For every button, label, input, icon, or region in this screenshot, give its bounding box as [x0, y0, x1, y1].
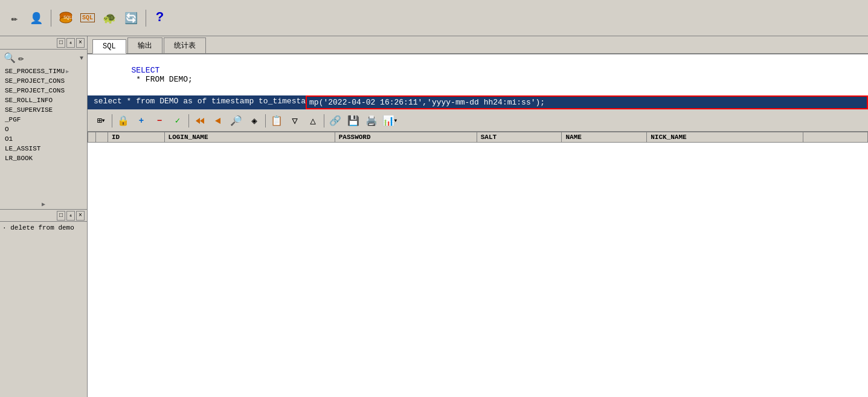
lower-panel-text: · delete from demo: [2, 224, 85, 231]
grid-down-btn[interactable]: ▽: [286, 113, 303, 129]
grid-add-btn[interactable]: +: [133, 113, 150, 129]
edit-icon[interactable]: ✏️: [5, 8, 24, 28]
sql-line-2-left: select * from DEMO as of timestamp to_ti…: [88, 95, 306, 109]
sidebar-close-btn[interactable]: ×: [76, 38, 85, 48]
tab-output[interactable]: 输出: [127, 37, 162, 53]
data-grid-wrapper: ID LOGIN_NAME PASSWORD SALT NAME NICK_NA…: [88, 132, 868, 397]
col-extra[interactable]: [803, 132, 867, 143]
sql-line-1[interactable]: SELECT * FROM DEMO;: [88, 54, 868, 95]
tree-item-se-project-1[interactable]: SE_PROJECT_CONS: [0, 76, 87, 86]
col-password[interactable]: PASSWORD: [335, 132, 477, 143]
sidebar: □ ₄ × 🔍 ✏️ ▼ SE_PROCESS_TIMU ▶ SE_PROJEC…: [0, 36, 88, 397]
tree-item-o1[interactable]: O1: [0, 134, 87, 144]
tree-item-label: SE_PROCESS_TIMU: [5, 68, 65, 75]
grid-sep-4: [324, 114, 324, 127]
grid-clipboard-btn[interactable]: 📋: [268, 113, 285, 129]
svg-text:SQL: SQL: [63, 15, 72, 20]
tree-item-lr-book[interactable]: LR_BOOK: [0, 153, 87, 163]
tab-bar: SQL 输出 统计表: [88, 36, 868, 54]
sidebar-search-icon[interactable]: 🔍: [4, 52, 16, 64]
lower-pin-btn[interactable]: ₄: [66, 211, 75, 221]
tree-item-se-process[interactable]: SE_PROCESS_TIMU ▶: [0, 66, 87, 76]
col-rownum: [96, 132, 108, 143]
sidebar-edit-icon[interactable]: ✏️: [18, 52, 24, 64]
col-login-name[interactable]: LOGIN_NAME: [164, 132, 335, 143]
tab-sql[interactable]: SQL: [92, 39, 126, 54]
help-icon[interactable]: ?: [151, 8, 169, 28]
sql-editor-area: SELECT * FROM DEMO; select * from DEMO a…: [88, 54, 868, 110]
db-connect-icon[interactable]: SQL: [56, 8, 76, 28]
tree-item-pgf[interactable]: _PGF: [0, 115, 87, 124]
sidebar-lower-panel: □ ₄ × · delete from demo: [0, 209, 87, 282]
tree-item-label: LE_ASSIST: [5, 145, 40, 152]
lower-close-btn[interactable]: ×: [76, 211, 85, 221]
grid-toolbar: ⊞▼ 🔒 + − ✓ 🔎 ◈ 📋 ▽ △ 🔗 💾 🖨️ 📊▼: [88, 110, 868, 132]
sidebar-icons-row: 🔍 ✏️ ▼: [0, 50, 87, 66]
col-salt[interactable]: SALT: [477, 132, 562, 143]
lower-dock-btn[interactable]: □: [57, 211, 65, 221]
grid-first-btn[interactable]: [191, 113, 208, 129]
grid-save-btn[interactable]: 💾: [345, 113, 362, 129]
grid-confirm-btn[interactable]: ✓: [169, 113, 186, 129]
sql-text-1: * FROM DEMO;: [131, 75, 192, 84]
expand-arrow: ▶: [66, 68, 69, 75]
sql-icon[interactable]: SQL: [78, 8, 97, 28]
svg-marker-5: [200, 118, 204, 124]
grid-up-btn[interactable]: △: [304, 113, 321, 129]
grid-sep-2: [188, 114, 189, 127]
sidebar-top-controls: □ ₄ ×: [0, 36, 87, 50]
tree-item-label: O: [5, 126, 9, 133]
tree-item-se-supervise[interactable]: SE_SUPERVISE: [0, 105, 87, 115]
grid-search-btn[interactable]: 🔎: [228, 113, 245, 129]
refresh-icon[interactable]: 🔄: [121, 8, 141, 28]
main-toolbar: ✏️ 👤 SQL SQL 🐢 🔄 ?: [0, 0, 868, 36]
sidebar-tree: SE_PROCESS_TIMU ▶ SE_PROJECT_CONS SE_PRO…: [0, 66, 87, 199]
col-name[interactable]: NAME: [562, 132, 647, 143]
sidebar-dock-btn[interactable]: □: [57, 38, 65, 48]
col-indicator: [88, 132, 96, 143]
grid-filter-btn[interactable]: ◈: [246, 113, 263, 129]
grid-remove-btn[interactable]: −: [151, 113, 168, 129]
tab-stats[interactable]: 统计表: [164, 37, 206, 53]
dropdown-arrow: ▼: [80, 55, 83, 62]
grid-prev-btn[interactable]: [210, 113, 227, 129]
grid-sep-1: [112, 114, 112, 127]
tree-item-label: LR_BOOK: [5, 155, 33, 162]
content-area: SQL 输出 统计表 SELECT * FROM DEMO; select * …: [88, 36, 868, 397]
turtle-icon[interactable]: 🐢: [100, 8, 119, 28]
grid-link-btn[interactable]: 🔗: [327, 113, 344, 129]
sidebar-pin-btn[interactable]: ₄: [66, 38, 75, 48]
scroll-more[interactable]: ▶: [0, 199, 87, 209]
sql-keyword-select: SELECT: [131, 66, 159, 75]
tree-item-le-assist[interactable]: LE_ASSIST: [0, 144, 87, 153]
col-id[interactable]: ID: [108, 132, 165, 143]
sidebar-lower-content: · delete from demo: [0, 222, 87, 234]
tree-item-label: _PGF: [5, 116, 21, 123]
user-icon[interactable]: 👤: [27, 8, 46, 28]
sql-line-2-right: mp('2022-04-02 16:26:11','yyyy-mm-dd hh2…: [306, 95, 868, 109]
tree-item-se-roll-info[interactable]: SE_ROLL_INFO: [0, 95, 87, 105]
tree-item-o[interactable]: O: [0, 124, 87, 134]
grid-print-btn[interactable]: 🖨️: [363, 113, 380, 129]
svg-marker-6: [215, 118, 220, 124]
toolbar-separator-2: [146, 10, 146, 27]
table-header-row: ID LOGIN_NAME PASSWORD SALT NAME NICK_NA…: [88, 132, 868, 143]
tree-item-se-project-2[interactable]: SE_PROJECT_CONS: [0, 86, 87, 95]
grid-sep-3: [265, 114, 266, 127]
sql-line-2-wrapper: select * from DEMO as of timestamp to_ti…: [88, 95, 868, 109]
grid-lock-btn[interactable]: 🔒: [115, 113, 132, 129]
tree-item-label: SE_ROLL_INFO: [5, 97, 53, 104]
tree-item-label: SE_SUPERVISE: [5, 106, 53, 114]
grid-chart-btn[interactable]: 📊▼: [381, 113, 398, 129]
tree-item-label: O1: [5, 135, 13, 143]
svg-marker-4: [196, 118, 200, 124]
grid-view-btn[interactable]: ⊞▼: [92, 113, 109, 129]
tree-item-label: SE_PROJECT_CONS: [5, 87, 65, 94]
toolbar-separator-1: [51, 10, 51, 27]
data-table: ID LOGIN_NAME PASSWORD SALT NAME NICK_NA…: [88, 132, 868, 143]
col-nick-name[interactable]: NICK_NAME: [647, 132, 803, 143]
tree-item-label: SE_PROJECT_CONS: [5, 77, 65, 85]
sidebar-lower-header: □ ₄ ×: [0, 210, 87, 222]
main-layout: □ ₄ × 🔍 ✏️ ▼ SE_PROCESS_TIMU ▶ SE_PROJEC…: [0, 36, 868, 397]
